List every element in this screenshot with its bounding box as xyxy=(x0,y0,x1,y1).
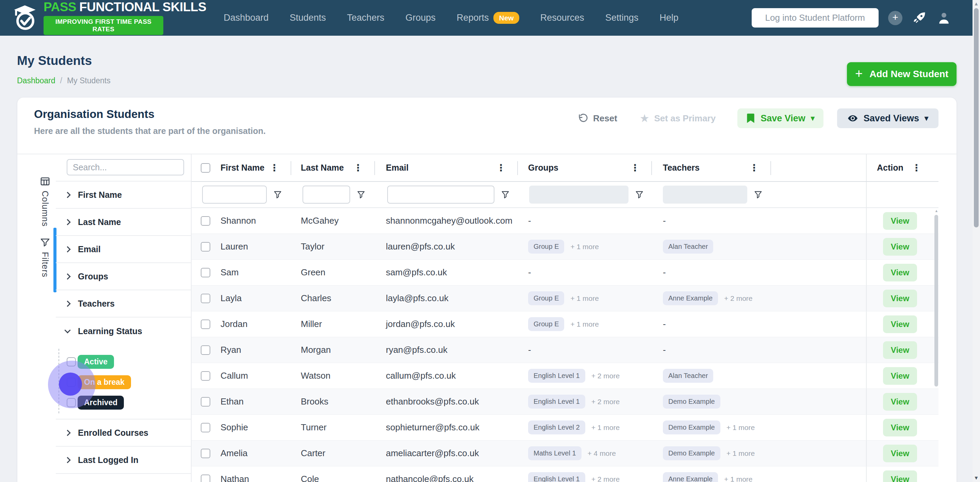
column-header-teachers[interactable]: Teachers ⋮ xyxy=(652,154,771,181)
view-student-button[interactable]: View xyxy=(883,341,917,359)
column-menu-icon[interactable]: ⋮ xyxy=(912,163,921,173)
window-scrollbar[interactable]: ▲ ▼ xyxy=(972,0,980,482)
row-checkbox[interactable] xyxy=(201,242,210,252)
reset-button[interactable]: Reset xyxy=(578,113,617,124)
row-checkbox[interactable] xyxy=(201,449,210,458)
window-scrollbar-thumb[interactable] xyxy=(974,8,978,227)
row-checkbox[interactable] xyxy=(201,216,210,226)
nav-item-help[interactable]: Help xyxy=(649,13,689,23)
filter-item-groups[interactable]: Groups xyxy=(56,263,191,290)
view-student-button[interactable]: View xyxy=(883,316,917,333)
nav-item-reports[interactable]: ReportsNew xyxy=(446,12,530,24)
filter-funnel-icon[interactable] xyxy=(753,190,763,200)
empty-value: - xyxy=(663,267,666,278)
filter-funnel-icon[interactable] xyxy=(273,190,282,200)
last-name-filter-input[interactable] xyxy=(302,186,350,204)
chevron-down-icon: ▾ xyxy=(924,114,928,122)
row-checkbox[interactable] xyxy=(201,371,210,381)
group-more-label: + 4 more xyxy=(588,449,616,458)
email-cell: ryan@pfs.co.uk xyxy=(386,345,447,355)
filter-search-input[interactable] xyxy=(67,159,184,175)
filter-option-archived: Archived xyxy=(67,395,191,410)
row-checkbox[interactable] xyxy=(201,474,210,482)
empty-value: - xyxy=(663,319,666,329)
column-header-action[interactable]: Action ⋮ xyxy=(866,154,933,181)
view-student-button[interactable]: View xyxy=(883,393,917,411)
option-checkbox[interactable] xyxy=(67,377,76,387)
filter-funnel-icon[interactable] xyxy=(356,190,366,200)
view-student-button[interactable]: View xyxy=(883,238,917,255)
rocket-icon[interactable] xyxy=(912,11,927,25)
row-checkbox[interactable] xyxy=(201,320,210,329)
teacher-more-label: + 1 more xyxy=(727,449,755,458)
column-menu-icon[interactable]: ⋮ xyxy=(630,163,640,173)
filter-item-learning-status[interactable]: Learning Status xyxy=(56,317,191,345)
tab-filters[interactable]: Filters xyxy=(34,237,56,277)
email-cell: sophieturner@pfs.co.uk xyxy=(386,422,479,433)
column-menu-icon[interactable]: ⋮ xyxy=(749,163,759,173)
groups-filter-input[interactable] xyxy=(529,186,628,204)
row-checkbox[interactable] xyxy=(201,268,210,277)
nav-item-resources[interactable]: Resources xyxy=(530,13,595,23)
row-checkbox[interactable] xyxy=(201,294,210,303)
table-row: NathanColenathancole@pfs.co.ukEnglish Le… xyxy=(192,466,939,482)
row-checkbox[interactable] xyxy=(201,423,210,432)
login-student-platform-button[interactable]: Log into Student Platform xyxy=(752,8,878,27)
nav-item-settings[interactable]: Settings xyxy=(595,13,649,23)
view-student-button[interactable]: View xyxy=(883,264,917,281)
brand-logo[interactable]: PASSFUNCTIONAL SKILLS IMPROVING FIRST TI… xyxy=(10,1,206,35)
view-student-button[interactable]: View xyxy=(883,419,917,436)
saved-views-button[interactable]: Saved Views ▾ xyxy=(837,108,939,128)
row-checkbox[interactable] xyxy=(201,346,210,355)
filter-funnel-icon[interactable] xyxy=(501,190,510,200)
save-view-button[interactable]: Save View ▾ xyxy=(737,108,824,128)
teachers-filter-input[interactable] xyxy=(663,186,747,204)
add-new-student-button[interactable]: + Add New Student xyxy=(847,62,956,86)
row-checkbox[interactable] xyxy=(201,397,210,406)
nav-item-groups[interactable]: Groups xyxy=(395,13,446,23)
view-student-button[interactable]: View xyxy=(883,367,917,385)
filter-item-label: First Name xyxy=(78,190,122,200)
column-menu-icon[interactable]: ⋮ xyxy=(496,163,506,173)
column-header-groups[interactable]: Groups ⋮ xyxy=(518,154,652,181)
view-student-button[interactable]: View xyxy=(883,290,917,307)
filter-item-last-logged-in[interactable]: Last Logged In xyxy=(56,447,191,474)
filter-item-enrolled-courses[interactable]: Enrolled Courses xyxy=(56,419,191,447)
filters-panel: First NameLast NameEmailGroupsTeachersLe… xyxy=(56,154,192,482)
nav-item-students[interactable]: Students xyxy=(279,13,337,23)
column-header-last-name[interactable]: Last Name ⋮ xyxy=(291,154,375,181)
column-menu-icon[interactable]: ⋮ xyxy=(353,163,363,173)
table-scrollbar-thumb[interactable] xyxy=(934,215,938,387)
view-student-button[interactable]: View xyxy=(883,471,917,482)
nav-item-dashboard[interactable]: Dashboard xyxy=(213,13,279,23)
column-header-email[interactable]: Email ⋮ xyxy=(375,154,518,181)
nav-item-teachers[interactable]: Teachers xyxy=(337,13,395,23)
filter-funnel-icon[interactable] xyxy=(635,190,644,200)
filter-item-first-name[interactable]: First Name xyxy=(56,182,191,209)
option-checkbox[interactable] xyxy=(67,398,76,407)
email-cell: ameliacarter@pfs.co.uk xyxy=(386,448,479,458)
last-name-cell: Taylor xyxy=(301,241,324,252)
scroll-up-icon[interactable]: ▲ xyxy=(974,1,979,6)
set-as-primary-button[interactable]: ★ Set as Primary xyxy=(640,113,716,124)
column-menu-icon[interactable]: ⋮ xyxy=(269,163,279,173)
view-student-button[interactable]: View xyxy=(883,445,917,462)
scroll-down-icon[interactable]: ▼ xyxy=(974,475,979,480)
last-name-cell: Green xyxy=(301,267,325,278)
filter-item-last-name[interactable]: Last Name xyxy=(56,209,191,236)
first-name-filter-input[interactable] xyxy=(202,186,267,204)
breadcrumb-dashboard-link[interactable]: Dashboard xyxy=(17,76,56,85)
brand-name: PASSFUNCTIONAL SKILLS xyxy=(43,1,206,13)
column-header-first-name[interactable]: First Name ⋮ xyxy=(216,154,291,181)
select-all-checkbox[interactable] xyxy=(201,163,210,173)
table-scrollbar[interactable]: ▲ xyxy=(934,209,939,482)
view-student-button[interactable]: View xyxy=(883,212,917,230)
add-quick-icon[interactable]: + xyxy=(888,11,902,25)
filter-item-teachers[interactable]: Teachers xyxy=(56,290,191,317)
scroll-up-icon[interactable]: ▲ xyxy=(934,209,939,213)
tab-columns[interactable]: Columns xyxy=(34,176,56,227)
option-checkbox[interactable] xyxy=(67,357,76,366)
email-filter-input[interactable] xyxy=(387,186,495,204)
filter-item-email[interactable]: Email xyxy=(56,236,191,263)
user-profile-icon[interactable] xyxy=(937,11,951,25)
